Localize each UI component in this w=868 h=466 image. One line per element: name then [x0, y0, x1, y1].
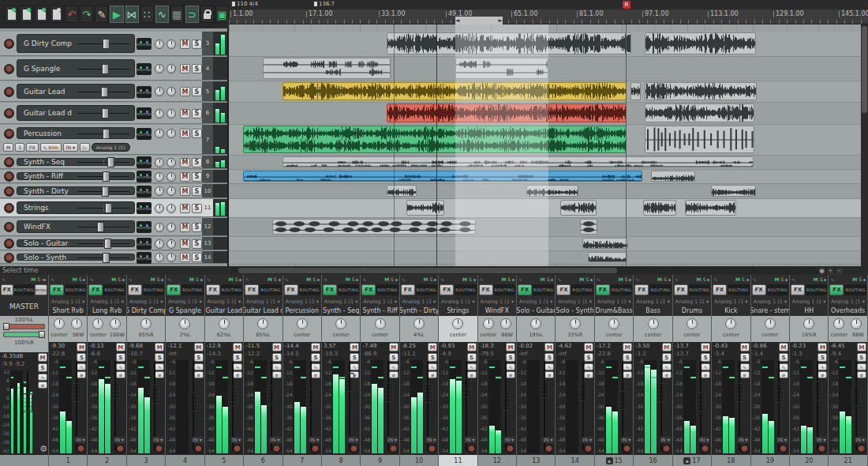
solo-button[interactable]: S — [428, 353, 437, 362]
solo-button[interactable]: S — [192, 253, 202, 262]
routing-button[interactable]: ROUTING — [533, 284, 554, 295]
mixer-strip-overheads[interactable]: ∿M S FXROUTINGAnalog 1 (1 ▾Overheadscent… — [829, 275, 867, 466]
volume-fader[interactable] — [267, 385, 276, 404]
marker-flag[interactable]: R — [623, 1, 630, 9]
mute-button[interactable]: M — [623, 343, 632, 351]
channel-number[interactable]: 11 — [439, 455, 477, 466]
solo-button[interactable]: S — [194, 353, 204, 362]
volume-fader[interactable] — [150, 385, 159, 404]
channel-number[interactable]: 13 — [517, 455, 555, 466]
width-knob[interactable] — [851, 318, 862, 329]
width-knob[interactable] — [166, 239, 176, 249]
record-arm-button[interactable] — [311, 445, 320, 453]
phase-button[interactable]: ø — [544, 371, 554, 378]
width-knob[interactable] — [166, 186, 176, 196]
item-grouping-icon[interactable]: ∷ — [140, 6, 154, 23]
media-explorer-icon[interactable]: ▣ — [215, 6, 229, 23]
mixer-strip-long-rvb[interactable]: ∿M S FXROUTINGAnalog 1 (1 ▾Long Rvbcente… — [88, 275, 126, 466]
channel-number[interactable]: 21 — [829, 455, 866, 466]
fx-button[interactable]: FX — [634, 284, 649, 295]
routing-button[interactable]: ROUTING — [181, 284, 203, 295]
open-project-icon[interactable] — [20, 6, 33, 23]
channel-number[interactable]: 12 — [478, 455, 516, 466]
master-pan-slider-left[interactable] — [3, 324, 45, 329]
volume-fader[interactable] — [306, 389, 316, 408]
solo-button[interactable]: S — [192, 39, 202, 49]
solo-button[interactable]: S — [233, 353, 242, 362]
mute-button[interactable]: M — [180, 186, 190, 196]
mute-button[interactable]: M — [180, 87, 190, 96]
phase-button[interactable]: ø — [155, 371, 164, 378]
mini-mute-button[interactable]: M — [3, 143, 13, 152]
mute-button[interactable]: M — [350, 343, 359, 351]
solo-button[interactable]: S — [192, 87, 202, 96]
horizontal-scrollbar-thumb[interactable] — [238, 268, 617, 273]
record-arm-button[interactable] — [389, 445, 398, 453]
volume-fader[interactable] — [618, 391, 627, 410]
routing-button[interactable]: ROUTING — [137, 107, 152, 119]
pan-knob[interactable] — [155, 64, 164, 73]
mixer-strip-solo-guitar[interactable]: ∿M S FXROUTINGAnalog 1 (1 ▾Solo - Guitar… — [517, 275, 556, 466]
solo-button[interactable]: S — [544, 353, 554, 362]
routing-button[interactable]: ROUTING — [571, 284, 593, 295]
pan-knob[interactable] — [155, 87, 164, 96]
fx-button[interactable]: FX — [361, 284, 376, 295]
mono-button[interactable]: MONO — [35, 284, 47, 295]
trim-button[interactable]: ∿ — [38, 374, 47, 381]
width-knob[interactable] — [166, 39, 176, 49]
volume-fader[interactable] — [345, 373, 354, 392]
width-knob[interactable] — [166, 64, 176, 73]
media-item[interactable] — [406, 200, 444, 216]
input-select[interactable]: Analog 1 (1 ▾ — [751, 297, 789, 306]
record-arm-button[interactable] — [428, 445, 436, 453]
routing-button[interactable]: ROUTING — [416, 284, 437, 295]
width-knob[interactable] — [166, 87, 176, 96]
input-monitor-button[interactable]: IN ▾ — [776, 437, 788, 443]
routing-button[interactable]: ROUTING — [14, 284, 34, 295]
pan-knob[interactable] — [155, 239, 164, 249]
mute-button[interactable]: M — [180, 239, 190, 249]
routing-button[interactable]: ROUTING — [137, 186, 152, 197]
input-monitor-button[interactable]: IN ▾ — [815, 437, 827, 443]
track-row-guitar-lead-d[interactable]: Guitar Lead dROUTINGMS6 — [0, 103, 227, 124]
mixer-strip-master[interactable]: ∿M S ◂▸FXROUTINGMONOMASTER100%L100%R-6.3… — [0, 275, 49, 466]
routing-button[interactable]: ROUTING — [494, 284, 515, 295]
track-row-synth-riff[interactable]: Synth - RiffROUTINGMS9 — [0, 170, 227, 183]
input-select[interactable]: Analog 1 (1 ▾ — [361, 297, 398, 306]
input-monitor-button[interactable]: IN ▾ — [542, 437, 554, 443]
routing-button[interactable]: ROUTING — [137, 38, 152, 50]
fx-button[interactable]: FX — [518, 284, 532, 295]
pan-knob[interactable] — [155, 204, 164, 213]
routing-button[interactable]: ROUTING — [689, 284, 710, 295]
pan-knob[interactable] — [155, 253, 164, 262]
routing-button[interactable]: ROUTING — [844, 284, 866, 295]
solo-button[interactable]: S — [116, 353, 125, 362]
track-row-guitar-lead[interactable]: Guitar LeadROUTINGMS5 — [0, 81, 227, 102]
media-item[interactable] — [645, 103, 754, 122]
record-arm-button[interactable] — [4, 157, 14, 167]
routing-button[interactable]: ROUTING — [455, 284, 476, 295]
input-select[interactable]: Analog 1 (1 ▾ — [595, 297, 633, 306]
fx-button[interactable]: FX — [284, 284, 298, 295]
hscroll-zoom-out[interactable]: − — [836, 268, 843, 275]
input-monitor-button[interactable]: IN ▾ — [269, 437, 281, 443]
fx-button[interactable]: FX — [245, 284, 259, 295]
trim-button[interactable]: ∿ — [272, 363, 282, 370]
input-select[interactable]: Analog 1 (1 ▾ — [283, 297, 321, 306]
solo-button[interactable]: S — [701, 353, 710, 362]
phase-button[interactable]: ø — [233, 371, 242, 378]
width-knob[interactable] — [166, 129, 176, 138]
volume-fader[interactable] — [423, 384, 432, 403]
record-arm-button[interactable] — [4, 39, 14, 49]
mute-button[interactable]: M — [740, 343, 750, 351]
record-arm-button[interactable] — [155, 445, 163, 453]
routing-button[interactable]: ROUTING — [299, 284, 320, 295]
mute-button[interactable]: M — [38, 353, 47, 362]
pan-knob[interactable] — [375, 318, 386, 329]
media-item[interactable] — [560, 200, 597, 216]
mixer-strip-g-spangle[interactable]: ∿M S FXROUTINGAnalog 1 (1 ▾G Spangle2%L-… — [166, 275, 204, 466]
folder-collapse-button[interactable]: ▪ — [606, 457, 613, 464]
save-project-icon[interactable] — [35, 6, 48, 23]
record-arm-button[interactable] — [4, 87, 14, 97]
input-select[interactable]: Analog 1 (1 ▾ — [712, 297, 750, 306]
